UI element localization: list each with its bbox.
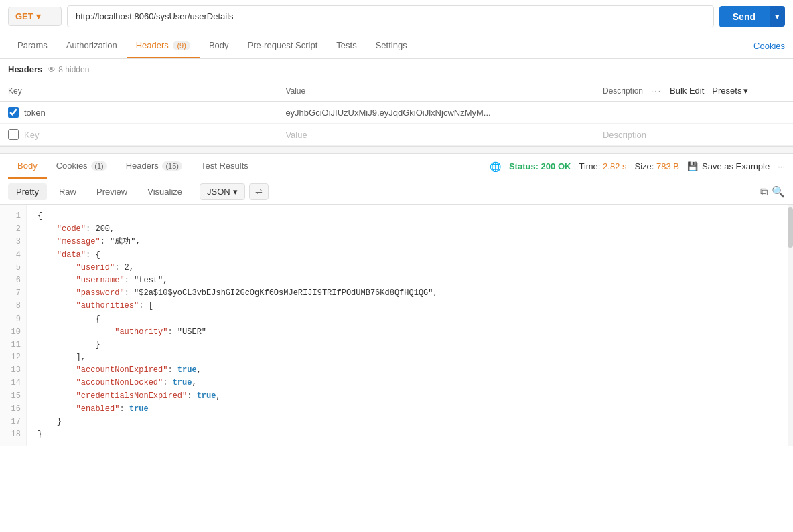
empty-key-placeholder: Key [24,130,39,140]
tab-authorization[interactable]: Authorization [57,33,127,58]
eye-icon: 👁 [48,65,56,74]
save-icon: 💾 [687,161,698,171]
table-row: token eyJhbGciOiJIUzUxMiJ9.eyJqdGkiOiJlx… [0,102,793,124]
status-badge: Status: 200 OK [509,161,571,171]
tab-params[interactable]: Params [8,33,57,58]
response-tabs-bar: Body Cookies (1) Headers (15) Test Resul… [0,154,793,179]
format-type-select[interactable]: JSON ▾ [200,183,245,200]
response-more-icon[interactable]: ··· [778,161,785,171]
header-key-value: token [24,108,46,118]
empty-row: Key Value Description [0,124,793,146]
globe-icon: 🌐 [490,161,501,172]
scrollbar-thumb[interactable] [788,207,793,248]
headers-table: Key Value Description ··· Bulk Edit Pres… [0,80,793,146]
tab-settings[interactable]: Settings [366,33,417,58]
format-tab-visualize[interactable]: Visualize [139,183,190,200]
line-numbers: 123456789101112131415161718 [0,205,27,446]
cookies-link[interactable]: Cookies [753,41,785,51]
empty-row-checkbox[interactable] [8,129,19,140]
empty-desc-placeholder: Description [603,130,646,140]
response-tab-cookies[interactable]: Cookies (1) [47,154,117,179]
format-tab-raw[interactable]: Raw [51,183,84,200]
section-divider [0,146,793,154]
code-content: { "code": 200, "message": "成功", "data": … [27,205,793,446]
save-as-example-button[interactable]: 💾 Save as Example [687,161,770,171]
response-tab-test-results[interactable]: Test Results [192,154,258,179]
hidden-badge: 👁 8 hidden [48,65,89,74]
code-area: 123456789101112131415161718 { "code": 20… [0,205,793,446]
presets-chevron: ▾ [743,86,748,96]
tab-prerequest[interactable]: Pre-request Script [238,33,328,58]
method-select[interactable]: GET ▾ [8,7,62,26]
tab-headers[interactable]: Headers (9) [127,33,200,58]
method-chevron: ▾ [36,11,41,21]
send-button-container: Send ▾ [719,6,785,27]
response-tab-body[interactable]: Body [8,154,47,179]
search-icon[interactable]: 🔍 [772,185,785,198]
url-input[interactable] [67,5,714,27]
format-tab-preview[interactable]: Preview [88,183,135,200]
size-value: Size: 783 B [634,161,679,171]
wrap-icon[interactable]: ⇌ [249,183,269,200]
tab-tests[interactable]: Tests [327,33,366,58]
response-tabs: Body Cookies (1) Headers (15) Test Resul… [8,154,258,179]
send-button[interactable]: Send [719,6,769,27]
format-chevron: ▾ [233,187,238,197]
send-dropdown-button[interactable]: ▾ [769,6,785,27]
scrollbar-track[interactable] [788,205,793,446]
format-tab-pretty[interactable]: Pretty [8,183,47,200]
col-header-key: Key [0,80,277,102]
response-tab-headers[interactable]: Headers (15) [117,154,192,179]
table-more-icon[interactable]: ··· [651,86,662,96]
empty-value-placeholder: Value [285,130,307,140]
format-bar: Pretty Raw Preview Visualize JSON ▾ ⇌ ⧉ … [0,179,793,205]
request-tabs: Params Authorization Headers (9) Body Pr… [0,33,793,59]
header-value-value: eyJhbGciOiJIUzUxMiJ9.eyJqdGkiOiJlxNjcwNz… [285,108,490,118]
copy-icon[interactable]: ⧉ [760,186,768,198]
col-header-value: Value [277,80,595,102]
time-value: Time: 2.82 s [579,161,626,171]
headers-title: Headers [8,64,42,74]
tab-body[interactable]: Body [200,33,238,58]
method-label: GET [15,11,33,21]
headers-section-title: Headers 👁 8 hidden [0,59,793,80]
presets-dropdown[interactable]: Presets ▾ [712,86,748,96]
response-meta: 🌐 Status: 200 OK Time: 2.82 s Size: 783 … [490,161,785,172]
top-bar: GET ▾ Send ▾ [0,0,793,33]
bulk-edit-button[interactable]: Bulk Edit [670,86,704,96]
row-checkbox[interactable] [8,107,19,118]
col-header-desc: Description ··· Bulk Edit Presets ▾ [595,80,793,102]
